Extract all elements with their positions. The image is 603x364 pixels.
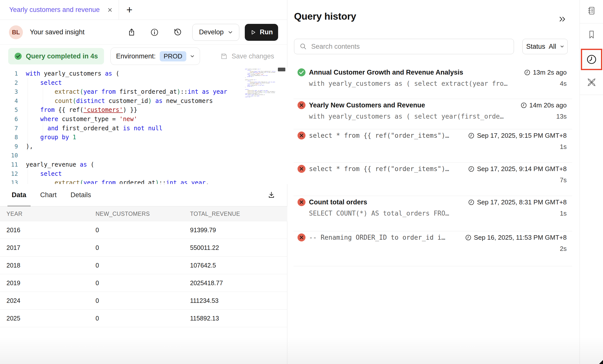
duration-text: 4s xyxy=(560,80,567,88)
duration-text: 7s xyxy=(560,176,567,184)
tab-yearly-customers-and-revenue[interactable]: Yearly customers and revenue xyxy=(0,0,119,20)
line-number: 10 xyxy=(0,151,18,160)
search-icon xyxy=(299,43,307,50)
table-row: 20170550011.22 xyxy=(0,239,287,257)
save-changes-button[interactable]: Save changes xyxy=(220,52,274,60)
table-cell: 0 xyxy=(96,274,190,292)
line-number: 6 xyxy=(0,115,18,124)
double-chevron-right-icon[interactable] xyxy=(558,15,567,23)
time-text: Sep 17, 2025, 9:15 PM GMT+8 xyxy=(477,132,567,139)
table-cell: 115892.13 xyxy=(190,310,287,327)
chevron-down-icon xyxy=(190,55,194,58)
table-row: 201902025418.77 xyxy=(0,274,287,292)
editor-minimap[interactable]: with yearly_customers as ( select extrac… xyxy=(245,69,275,178)
code-lines: 1with yearly_customers as (2 select3 ext… xyxy=(0,69,287,184)
table-column-header: YEAR xyxy=(0,207,96,221)
divider xyxy=(580,95,603,95)
code-line[interactable]: 7 and first_ordered_at is not null xyxy=(0,124,287,133)
code-line[interactable]: 6 where customer_type = 'new' xyxy=(0,115,287,124)
code-line[interactable]: 10 xyxy=(0,151,287,160)
lineage-icon[interactable] xyxy=(586,77,597,88)
history-item-header: -- Renaming ORDER_ID to order_id i…Sep 1… xyxy=(297,232,567,243)
history-item-title: Count total orders xyxy=(309,198,367,206)
page-title: Your saved insight xyxy=(30,28,85,36)
code-line[interactable]: 5 from {{ ref('customers') }} xyxy=(0,105,287,115)
info-icon[interactable] xyxy=(150,28,159,37)
line-number: 3 xyxy=(0,87,18,96)
history-item[interactable]: select * from {{ ref("order_items")…Sep … xyxy=(288,162,580,196)
results-tab-chart[interactable]: Chart xyxy=(36,184,61,206)
code-line[interactable]: 2 select xyxy=(0,78,287,88)
run-button-label: Run xyxy=(260,28,273,36)
code-text: and first_ordered_at is not null xyxy=(26,124,162,133)
save-changes-label: Save changes xyxy=(232,52,274,60)
history-item-time: 14m 20s ago xyxy=(516,101,567,109)
history-item-header: Yearly New Customers and Revenue14m 20s … xyxy=(297,100,567,111)
history-item-details: 7s xyxy=(297,175,567,185)
line-number: 2 xyxy=(0,78,18,88)
editor-panel: Yearly customers and revenue + BL Your s… xyxy=(0,0,287,364)
environment-value-badge: PROD xyxy=(160,51,186,61)
run-button[interactable]: Run xyxy=(245,24,278,41)
history-item[interactable]: Count total ordersSep 17, 2025, 8:31 PM … xyxy=(288,196,580,231)
status-filter-label: Status xyxy=(526,43,545,50)
new-tab-button[interactable]: + xyxy=(126,5,133,15)
table-cell: 111234.53 xyxy=(190,292,287,310)
code-text: group by 1 xyxy=(26,133,76,142)
history-item-details: 2s xyxy=(297,244,567,254)
history-item[interactable]: Yearly New Customers and Revenue14m 20s … xyxy=(288,99,580,129)
history-clock-icon[interactable] xyxy=(586,54,597,65)
history-item[interactable]: Annual Customer Growth and Revenue Analy… xyxy=(288,66,580,99)
code-line[interactable]: 8 group by 1 xyxy=(0,133,287,142)
code-text: extract(year from first_ordered_at)::int… xyxy=(26,87,227,96)
table-row: 20250115892.13 xyxy=(0,310,287,327)
share-icon[interactable] xyxy=(127,28,136,37)
clock-icon xyxy=(468,166,474,172)
code-text: select xyxy=(26,78,62,88)
time-text: 13m 2s ago xyxy=(533,69,567,76)
version-history-icon[interactable] xyxy=(173,28,182,37)
code-line[interactable]: 12 select xyxy=(0,169,287,179)
status-error-icon xyxy=(297,165,306,173)
code-line[interactable]: 13 extract(year from ordered_at)::int as… xyxy=(0,178,287,184)
time-text: Sep 16, 2025, 11:53 PM GMT+8 xyxy=(474,234,567,241)
table-row: 2016091399.79 xyxy=(0,221,287,239)
code-line[interactable]: 11yearly_revenue as ( xyxy=(0,160,287,169)
history-item[interactable]: -- Renaming ORDER_ID to order_id i…Sep 1… xyxy=(288,231,580,266)
code-line[interactable]: 9), xyxy=(0,142,287,151)
resize-corner[interactable] xyxy=(599,360,603,364)
bookmark-icon[interactable] xyxy=(587,30,597,41)
history-item-time: Sep 17, 2025, 9:14 PM GMT+8 xyxy=(463,165,567,173)
code-text: with yearly_customers as ( xyxy=(26,69,119,78)
sql-editor[interactable]: 1with yearly_customers as (2 select3 ext… xyxy=(0,68,287,184)
environment-selector[interactable]: Environment: PROD xyxy=(110,47,200,65)
save-icon xyxy=(220,52,228,60)
table-cell: 0 xyxy=(96,310,190,327)
code-line[interactable]: 3 extract(year from first_ordered_at)::i… xyxy=(0,87,287,96)
tab-bar: Yearly customers and revenue + xyxy=(0,0,287,20)
notebook-icon[interactable] xyxy=(587,6,597,16)
develop-button[interactable]: Develop xyxy=(192,24,239,41)
minimap-content: with yearly_customers as ( select extrac… xyxy=(245,69,275,97)
results-toolbar: DataChartDetails xyxy=(0,184,287,206)
code-line[interactable]: 4 count(distinct customer_id) as new_cus… xyxy=(0,96,287,106)
code-text: yearly_revenue as ( xyxy=(26,160,94,169)
history-item[interactable]: select * from {{ ref("order_items")…Sep … xyxy=(288,129,580,162)
status-filter-button[interactable]: Status All xyxy=(522,39,568,54)
status-error-icon xyxy=(297,101,306,109)
line-number: 7 xyxy=(0,124,18,133)
results-tab-details[interactable]: Details xyxy=(66,184,96,206)
results-tab-data[interactable]: Data xyxy=(7,184,31,206)
divider xyxy=(580,23,603,23)
download-icon[interactable] xyxy=(267,191,276,200)
status-success-icon xyxy=(297,68,306,77)
search-input[interactable] xyxy=(311,43,509,51)
clock-icon xyxy=(468,199,474,205)
status-filter-value: All xyxy=(549,43,556,50)
code-text: select xyxy=(26,169,62,179)
editor-scrollbar-thumb[interactable] xyxy=(278,68,285,71)
code-line[interactable]: 1with yearly_customers as ( xyxy=(0,69,287,78)
close-icon[interactable] xyxy=(107,7,113,13)
check-circle-icon xyxy=(14,52,22,60)
query-preview: with yearly_customers as ( select extrac… xyxy=(309,80,507,87)
